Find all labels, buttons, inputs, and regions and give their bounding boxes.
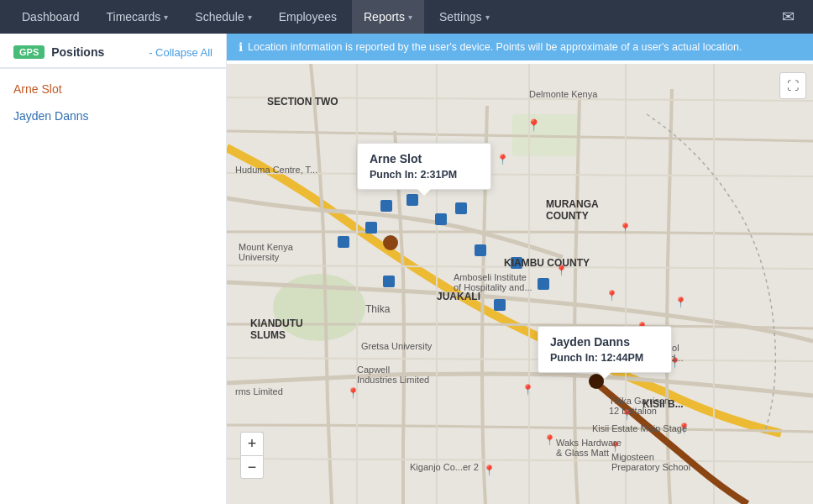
svg-rect-9 <box>475 244 486 256</box>
svg-rect-7 <box>435 213 447 225</box>
svg-text:📍: 📍 <box>543 433 556 446</box>
svg-text:📍: 📍 <box>527 118 542 133</box>
schedule-chevron-icon: ▾ <box>248 13 252 22</box>
svg-rect-11 <box>383 276 395 287</box>
nav-reports-label: Reports <box>364 10 405 24</box>
popup-jayden-danns: Jayden Danns Punch In: 12:44PM <box>538 326 672 373</box>
mail-icon: ✉ <box>782 8 795 25</box>
svg-rect-3 <box>380 200 392 212</box>
zoom-in-button[interactable]: + <box>240 432 264 455</box>
svg-rect-13 <box>538 278 549 290</box>
svg-text:📍: 📍 <box>678 422 690 434</box>
svg-rect-8 <box>455 202 467 214</box>
employee-list: Arne Slot Jayden Danns <box>0 69 226 136</box>
sidebar-header-left: GPS Positions <box>13 45 104 59</box>
popup-jayden-label: Punch In: <box>550 352 598 364</box>
info-banner: ℹ Location information is reported by th… <box>227 34 813 60</box>
employee-name-arne: Arne Slot <box>13 82 62 96</box>
gps-badge: GPS <box>13 45 45 59</box>
sidebar-positions-title: Positions <box>51 45 104 59</box>
navbar: Dashboard Timecards ▾ Schedule ▾ Employe… <box>0 0 813 34</box>
popup-arne-slot: Arne Slot Punch In: 2:31PM <box>357 143 491 190</box>
nav-settings-label: Settings <box>439 10 482 24</box>
nav-timecards[interactable]: Timecards ▾ <box>95 0 181 34</box>
fullscreen-button[interactable]: ⛶ <box>779 72 806 99</box>
nav-schedule[interactable]: Schedule ▾ <box>183 0 263 34</box>
sidebar-employee-jayden[interactable]: Jayden Danns <box>0 102 226 129</box>
popup-jayden-arrow <box>598 372 611 379</box>
popup-arne-name: Arne Slot <box>370 152 479 165</box>
sidebar: GPS Positions - Collapse All Arne Slot J… <box>0 34 227 504</box>
nav-dashboard[interactable]: Dashboard <box>10 0 92 34</box>
zoom-out-button[interactable]: − <box>240 455 264 479</box>
svg-rect-12 <box>494 299 506 311</box>
nav-timecards-label: Timecards <box>107 10 161 24</box>
nav-reports[interactable]: Reports ▾ <box>352 0 424 34</box>
employee-name-jayden: Jayden Danns <box>13 109 89 123</box>
svg-text:📍: 📍 <box>555 264 568 276</box>
nav-employees-label: Employees <box>279 10 337 24</box>
svg-rect-10 <box>511 257 522 269</box>
svg-text:📍: 📍 <box>609 440 622 453</box>
popup-jayden-time: 12:44PM <box>601 352 643 364</box>
nav-schedule-label: Schedule <box>195 10 244 24</box>
svg-rect-4 <box>406 194 418 206</box>
map-area[interactable]: ℹ Location information is reported by th… <box>227 34 813 504</box>
map-background[interactable]: 📍 📍 📍 📍 📍 📍 📍 📍 📍 📍 📍 📍 📍 📍 📍 SEC <box>227 64 813 504</box>
nav-settings[interactable]: Settings ▾ <box>427 0 501 34</box>
info-banner-text: Location information is reported by the … <box>248 41 742 53</box>
settings-chevron-icon: ▾ <box>485 13 490 22</box>
popup-arne-time: 2:31PM <box>420 169 457 181</box>
svg-text:📍: 📍 <box>496 153 509 165</box>
info-icon: ℹ <box>239 40 243 54</box>
sidebar-header: GPS Positions - Collapse All <box>0 34 226 69</box>
svg-rect-5 <box>365 222 377 234</box>
timecards-chevron-icon: ▾ <box>164 13 168 22</box>
svg-text:📍: 📍 <box>621 408 633 421</box>
popup-jayden-punchin: Punch In: 12:44PM <box>550 352 659 364</box>
nav-dashboard-label: Dashboard <box>22 10 80 24</box>
popup-arne-punchin: Punch In: 2:31PM <box>370 169 479 181</box>
mail-button[interactable]: ✉ <box>774 8 803 26</box>
main-layout: GPS Positions - Collapse All Arne Slot J… <box>0 34 813 504</box>
sidebar-employee-arne[interactable]: Arne Slot <box>0 76 226 102</box>
map-svg: 📍 📍 📍 📍 📍 📍 📍 📍 📍 📍 📍 📍 📍 📍 📍 <box>227 64 813 504</box>
svg-text:📍: 📍 <box>522 383 534 396</box>
reports-chevron-icon: ▾ <box>408 13 412 22</box>
collapse-all-button[interactable]: - Collapse All <box>149 46 212 59</box>
svg-text:📍: 📍 <box>674 296 687 308</box>
svg-text:📍: 📍 <box>483 464 496 476</box>
popup-jayden-name: Jayden Danns <box>550 335 659 349</box>
svg-point-15 <box>383 235 398 250</box>
svg-text:📍: 📍 <box>606 289 618 302</box>
svg-rect-6 <box>338 236 349 248</box>
zoom-controls: + − <box>240 432 264 479</box>
popup-arne-label: Punch In: <box>370 169 417 181</box>
nav-employees[interactable]: Employees <box>267 0 349 34</box>
svg-text:📍: 📍 <box>347 386 359 399</box>
popup-arne-arrow <box>417 189 431 196</box>
svg-text:📍: 📍 <box>619 222 632 234</box>
fullscreen-icon: ⛶ <box>787 79 799 92</box>
